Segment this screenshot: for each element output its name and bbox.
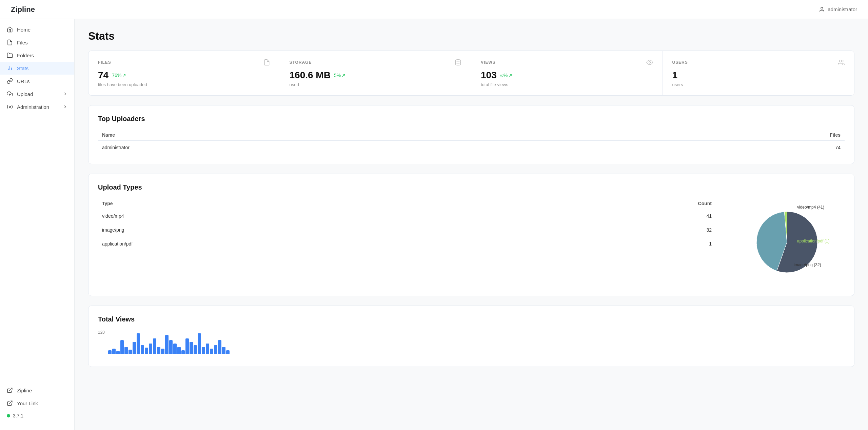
views-bar	[226, 350, 230, 354]
external-link-icon	[7, 387, 13, 393]
sidebar-separator	[0, 381, 74, 381]
folders-icon	[7, 52, 13, 58]
stat-value-views: 103 ∞% ↗	[481, 70, 653, 81]
sidebar-item-urls[interactable]: URLs	[0, 75, 74, 87]
sidebar-item-label: Home	[17, 27, 31, 33]
cell-count: 41	[493, 209, 716, 223]
views-bar	[149, 344, 152, 354]
views-bar	[120, 340, 124, 354]
stat-label-files: FILES	[98, 59, 270, 66]
stat-badge-views: ∞% ↗	[500, 73, 512, 78]
cell-count: 1	[493, 237, 716, 251]
views-bar	[108, 350, 112, 354]
version-label: 3.7.1	[13, 413, 23, 418]
views-chart: 120	[98, 330, 845, 357]
sidebar-bottom: Zipline Your Link 3.7.1	[0, 384, 74, 426]
stat-sub-storage: used	[290, 82, 462, 87]
sidebar-item-administration[interactable]: Administration	[0, 100, 74, 113]
views-bar	[161, 349, 164, 354]
views-bar	[214, 345, 217, 354]
sidebar-item-label: Files	[17, 40, 28, 45]
header: Zipline administrator	[0, 0, 868, 19]
urls-icon	[7, 78, 13, 84]
sidebar-item-label: Administration	[17, 104, 49, 110]
sidebar-nav: Home Files Folders Stats URLs Upload	[0, 23, 74, 378]
sidebar-item-folders[interactable]: Folders	[0, 49, 74, 62]
table-head: Type Count	[98, 198, 716, 209]
sidebar-item-stats[interactable]: Stats	[0, 62, 74, 75]
total-views-title: Total Views	[98, 315, 845, 323]
stat-badge-files: 76% ↗	[112, 73, 126, 78]
sidebar-item-label: URLs	[17, 78, 30, 84]
cell-files: 74	[585, 141, 845, 155]
users-icon	[838, 59, 845, 66]
sidebar-item-zipline[interactable]: Zipline	[0, 384, 74, 397]
views-bar	[206, 344, 209, 354]
svg-line-7	[9, 401, 12, 404]
top-uploaders-title: Top Uploaders	[98, 115, 845, 123]
svg-point-10	[839, 60, 842, 62]
external-link-icon	[7, 400, 13, 406]
views-bar	[129, 350, 132, 354]
upload-types-table-area: Type Count video/mp441image/png32applica…	[98, 198, 716, 251]
chevron-right-icon	[63, 92, 67, 96]
views-bar	[185, 338, 189, 354]
table-row: administrator74	[98, 141, 845, 155]
views-bar	[141, 345, 144, 354]
stats-cards: FILES 74 76% ↗ files have been uploaded …	[88, 51, 854, 96]
views-bar	[181, 350, 185, 354]
views-bar	[177, 347, 181, 354]
table-body: administrator74	[98, 141, 845, 155]
views-bar	[173, 344, 177, 354]
upload-types-table: Type Count video/mp441image/png32applica…	[98, 198, 716, 251]
pie-label-pdf: application/pdf (1)	[797, 239, 829, 243]
username-label: administrator	[828, 6, 857, 12]
upload-icon	[7, 91, 13, 97]
stat-card-users: USERS 1 users	[663, 51, 854, 95]
main-content: Stats FILES 74 76% ↗ files have been upl…	[75, 19, 868, 430]
pie-label-png: image/png (32)	[794, 262, 821, 267]
views-bar	[222, 347, 225, 354]
stat-label-views: VIEWS	[481, 59, 653, 66]
version-dot	[7, 414, 10, 417]
sidebar-item-your-link[interactable]: Your Link	[0, 397, 74, 410]
layout: Home Files Folders Stats URLs Upload	[0, 19, 868, 430]
svg-point-9	[649, 62, 650, 63]
app-logo: Zipline	[11, 5, 35, 14]
total-views-section: Total Views 120	[88, 306, 854, 367]
stat-sub-files: files have been uploaded	[98, 82, 270, 87]
views-bar	[153, 338, 156, 354]
database-icon	[455, 59, 461, 66]
table-body: video/mp441image/png32application/pdf1	[98, 209, 716, 251]
files-icon	[7, 39, 13, 45]
sidebar-item-upload[interactable]: Upload	[0, 87, 74, 100]
user-menu[interactable]: administrator	[819, 6, 857, 13]
upload-types-content: Type Count video/mp441image/png32applica…	[98, 198, 845, 286]
col-files: Files	[585, 130, 845, 141]
sidebar-item-home[interactable]: Home	[0, 23, 74, 36]
views-bar	[218, 340, 221, 354]
views-bar	[169, 340, 173, 354]
stats-icon	[7, 65, 13, 71]
stat-card-views: VIEWS 103 ∞% ↗ total file views	[471, 51, 663, 95]
table-header-row: Type Count	[98, 198, 716, 209]
stat-label-storage: STORAGE	[290, 59, 462, 66]
stat-value-files: 74 76% ↗	[98, 70, 270, 81]
pie-label-mp4: video/mp4 (41)	[797, 205, 824, 210]
cell-type: application/pdf	[98, 237, 493, 251]
views-bar	[190, 342, 193, 354]
chevron-right-icon	[63, 104, 67, 109]
table-row: video/mp441	[98, 209, 716, 223]
file-icon	[263, 59, 270, 66]
user-icon	[819, 6, 825, 13]
col-count: Count	[493, 198, 716, 209]
views-bar	[116, 351, 120, 354]
table-row: application/pdf1	[98, 237, 716, 251]
table-head: Name Files	[98, 130, 845, 141]
sidebar-item-label: Your Link	[17, 400, 38, 406]
stat-sub-views: total file views	[481, 82, 653, 87]
sidebar-item-files[interactable]: Files	[0, 36, 74, 49]
views-bar	[210, 349, 213, 354]
stat-value-users: 1	[672, 70, 845, 81]
views-bar	[194, 345, 197, 354]
